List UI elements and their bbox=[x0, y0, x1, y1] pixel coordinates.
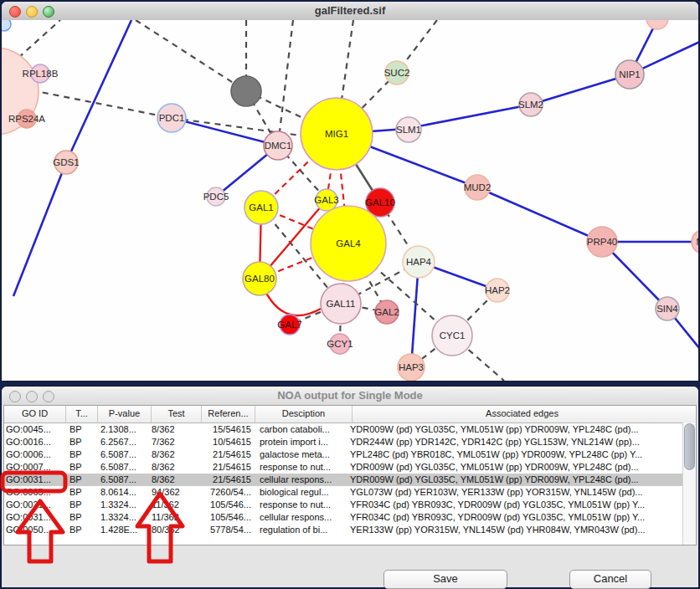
column-header-1[interactable]: T... bbox=[66, 406, 98, 423]
table-cell: GO:0065... bbox=[4, 486, 65, 499]
scrollbar-thumb[interactable] bbox=[684, 423, 695, 470]
table-cell: YDR009W (pd) YGL035C, YML051W (pp) YDR00… bbox=[347, 474, 687, 486]
table-cell: 15/54615 bbox=[198, 423, 251, 436]
table-cell: 6.2567... bbox=[96, 436, 149, 448]
graph-node-label-GAL80: GAL80 bbox=[244, 274, 275, 284]
graph-node-label-CYC1: CYC1 bbox=[440, 330, 466, 341]
table-cell: GO:0050... bbox=[4, 524, 65, 536]
noa-output-window: NOA output for Single Mode GO IDT...P-va… bbox=[2, 387, 698, 587]
column-header-6[interactable]: Associated edges bbox=[353, 406, 692, 423]
table-cell: cellular respons... bbox=[251, 474, 347, 486]
table-cell: BP bbox=[65, 448, 96, 461]
table-cell: 1.3324... bbox=[96, 499, 149, 511]
column-header-3[interactable]: Test bbox=[152, 406, 202, 423]
table-row[interactable]: GO:0045...BP2.1308...8/36215/54615carbon… bbox=[4, 423, 696, 436]
table-cell: GO:0007... bbox=[4, 461, 65, 474]
graph-node-label-GAL7: GAL7 bbox=[277, 320, 301, 330]
table-cell: galactose meta... bbox=[251, 448, 347, 461]
graph-edge-dashed bbox=[18, 20, 60, 58]
table-cell: 10/54615 bbox=[198, 436, 251, 448]
table-cell: BP bbox=[65, 511, 96, 524]
table-row[interactable]: GO:0016...BP6.2567...7/36210/54615protei… bbox=[4, 436, 696, 448]
table-cell: protein import i... bbox=[251, 436, 347, 448]
graph-node-label-NIP1: NIP1 bbox=[619, 69, 641, 79]
graph-node-label-GAL4: GAL4 bbox=[336, 238, 361, 248]
table-cell: 5778/54... bbox=[198, 524, 251, 536]
graph-edge-blue bbox=[66, 20, 131, 162]
graph-edge-blue bbox=[172, 118, 278, 146]
noa-window-body: GO IDT...P-valueTestReferen...Desciption… bbox=[2, 405, 698, 587]
table-row[interactable]: GO:0065...BP8.0614...94/3627260/54...bio… bbox=[4, 486, 696, 499]
graph-node-label-SUC2: SUC2 bbox=[384, 68, 410, 78]
table-cell: 6.5087... bbox=[96, 461, 149, 474]
graph-node-gray-node[interactable] bbox=[231, 76, 261, 106]
table-cell: BP bbox=[65, 499, 96, 511]
go-results-table: GO IDT...P-valueTestReferen...Desciption… bbox=[3, 405, 697, 545]
graph-node-label-GAL11: GAL11 bbox=[327, 299, 356, 309]
graph-edge-blue bbox=[405, 105, 531, 129]
graph-node-label-MUD2: MUD2 bbox=[464, 182, 492, 192]
table-cell: 94/362 bbox=[149, 486, 198, 499]
cancel-button[interactable]: Cancel bbox=[569, 570, 651, 589]
column-header-2[interactable]: P-value bbox=[98, 406, 152, 423]
table-cell: YDR009W (pd) YGL035C, YML051W (pp) YDR00… bbox=[347, 423, 687, 436]
table-cell: 2.1308... bbox=[96, 423, 149, 436]
table-cell: 1.3324... bbox=[96, 511, 149, 524]
table-cell: GO:0016... bbox=[4, 436, 65, 448]
table-row[interactable]: GO:0050...BP1.428E...80/3625778/54...reg… bbox=[4, 524, 696, 536]
graph-edge-dashed bbox=[32, 90, 172, 118]
graph-window-titlebar[interactable]: galFiltered.sif bbox=[2, 2, 698, 21]
table-cell: BP bbox=[65, 461, 96, 474]
table-cell: 11/362 bbox=[149, 499, 198, 511]
table-cell: BP bbox=[65, 474, 96, 486]
graph-node-label-MIG1: MIG1 bbox=[325, 129, 348, 139]
table-row[interactable]: GO:0031...BP1.3324...11/362105/546...cel… bbox=[4, 511, 696, 524]
table-cell: GO:0031... bbox=[4, 499, 65, 511]
graph-node-label-HAP3: HAP3 bbox=[399, 362, 424, 372]
table-cell: regulation of bi... bbox=[251, 524, 347, 536]
graph-node-label-SLM2: SLM2 bbox=[518, 100, 543, 110]
vertical-scrollbar[interactable] bbox=[682, 423, 696, 545]
noa-window-titlebar[interactable]: NOA output for Single Mode bbox=[2, 387, 698, 406]
table-cell: YFR034C (pd) YBR093C, YDR009W (pd) YGL03… bbox=[347, 499, 687, 511]
table-cell: 7260/54... bbox=[198, 486, 251, 499]
table-cell: 6.5087... bbox=[96, 448, 149, 461]
table-cell: 8/362 bbox=[149, 423, 198, 436]
table-cell: biological regul... bbox=[251, 486, 347, 499]
table-cell: BP bbox=[65, 436, 96, 448]
graph-node-label-GCY1: GCY1 bbox=[327, 339, 353, 349]
table-cell: response to nut... bbox=[251, 461, 347, 474]
graph-node-label-SLM1: SLM1 bbox=[396, 125, 421, 135]
graph-node-label-GDS1: GDS1 bbox=[53, 157, 79, 167]
table-cell: 21/54615 bbox=[198, 461, 251, 474]
table-row[interactable]: GO:0007...BP6.5087...8/36221/54615respon… bbox=[4, 461, 696, 474]
graph-node-partial-topright[interactable] bbox=[646, 20, 668, 29]
table-cell: 1.428E... bbox=[96, 524, 149, 536]
graph-window-title: galFiltered.sif bbox=[2, 4, 698, 17]
network-canvas[interactable]: RPL18BRPS24AGDS1PDC1DMC1SUC2MIG1SLM1SLM2… bbox=[2, 20, 698, 381]
graph-node-partial-topleft[interactable] bbox=[2, 20, 11, 31]
table-cell: cellular respons... bbox=[251, 511, 347, 524]
table-cell: 80/362 bbox=[149, 524, 198, 536]
graph-node-label-SIN4: SIN4 bbox=[656, 304, 678, 314]
table-row[interactable]: GO:0031...BP1.3324...11/362105/546...res… bbox=[4, 499, 696, 511]
noa-window-title: NOA output for Single Mode bbox=[2, 389, 698, 402]
table-row[interactable]: GO:0006...BP6.5087...8/36221/54615galact… bbox=[4, 448, 696, 461]
column-header-4[interactable]: Referen... bbox=[202, 406, 255, 423]
table-cell: YER133W (pp) YOR315W, YNL145W (pd) YHR08… bbox=[347, 524, 687, 536]
table-header-row: GO IDT...P-valueTestReferen...Desciption… bbox=[4, 406, 696, 423]
graph-node-label-RPS24A: RPS24A bbox=[8, 114, 45, 124]
column-header-5[interactable]: Desciption bbox=[255, 406, 353, 423]
save-button[interactable]: Save bbox=[383, 570, 507, 589]
table-cell: YGL073W (pd) YER103W, YER133W (pp) YOR31… bbox=[347, 486, 687, 499]
graph-edge-blue bbox=[477, 187, 602, 242]
graph-node-label-GAL1: GAL1 bbox=[249, 202, 273, 213]
table-cell: 7/362 bbox=[149, 436, 198, 448]
graph-edge-dashed bbox=[136, 20, 246, 91]
network-graph: RPL18BRPS24AGDS1PDC1DMC1SUC2MIG1SLM1SLM2… bbox=[2, 20, 698, 381]
graph-node-label-DMC1: DMC1 bbox=[265, 141, 292, 151]
table-row[interactable]: GO:0031...BP6.5087...8/36221/54615cellul… bbox=[4, 474, 696, 486]
table-cell: BP bbox=[65, 486, 96, 499]
table-cell: 21/54615 bbox=[198, 474, 251, 486]
column-header-0[interactable]: GO ID bbox=[4, 406, 66, 423]
